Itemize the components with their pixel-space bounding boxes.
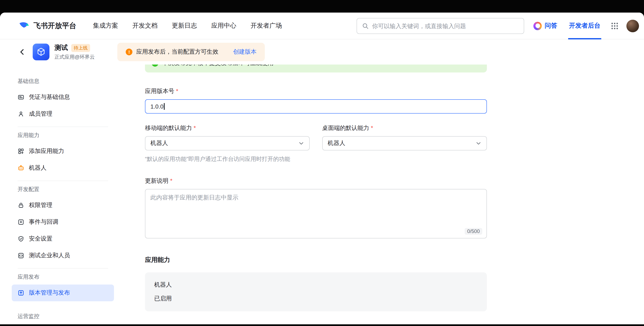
back-button[interactable] xyxy=(17,46,28,58)
update-notes-field: 更新说明* 0/500 xyxy=(145,177,487,238)
sidebar-section-monitoring: 运营监控 xyxy=(18,312,114,320)
sidebar-section-basic: 基础信息 xyxy=(18,77,114,86)
mobile-capability-field: 移动端的默认能力* 机器人 xyxy=(145,124,310,150)
desktop-capability-field: 桌面端的默认能力* 机器人 xyxy=(322,124,487,150)
required-mark: * xyxy=(194,124,196,131)
required-mark: * xyxy=(176,88,178,94)
browser-window: 飞书开放平台 集成方案 开发文档 更新日志 应用中心 开发者广场 问答 xyxy=(0,12,644,324)
success-banner-text: 本次发布免审核，提交发布后即可上线使用 xyxy=(162,64,274,67)
publish-up-arrow-icon xyxy=(18,290,24,296)
text-caret xyxy=(164,103,164,110)
screen: 飞书开放平台 集成方案 开发文档 更新日志 应用中心 开发者广场 问答 xyxy=(0,0,644,326)
app-subtitle: 正式应用@环界云 xyxy=(54,54,95,60)
sidebar-divider xyxy=(18,268,108,268)
capability-panel: 机器人 已启用 xyxy=(145,272,487,311)
event-callback-icon xyxy=(18,219,24,226)
qa-label: 问答 xyxy=(545,22,557,30)
top-navigation: 飞书开放平台 集成方案 开发文档 更新日志 应用中心 开发者广场 问答 xyxy=(0,12,644,40)
version-input[interactable]: 1.0.0 xyxy=(145,99,487,114)
app-icon xyxy=(33,44,50,60)
sidebar-divider xyxy=(18,126,108,127)
user-avatar[interactable] xyxy=(626,20,639,32)
sidebar-item-label: 版本管理与发布 xyxy=(29,289,70,297)
capability-section-title: 应用能力 xyxy=(145,256,487,264)
capability-name: 机器人 xyxy=(154,281,478,289)
search-input[interactable] xyxy=(372,22,519,29)
main-content: ✓ 本次发布免审核，提交发布后即可上线使用 应用版本号* 1.0.0 xyxy=(124,64,644,324)
sidebar: 基础信息 凭证与基础信息 成员管理 xyxy=(0,64,124,324)
sidebar-section-dev-config: 开发配置 xyxy=(18,185,114,194)
brand-name: 飞书开放平台 xyxy=(34,21,76,30)
sidebar-item-label: 安全设置 xyxy=(29,235,52,242)
desktop-capability-select[interactable]: 机器人 xyxy=(322,136,487,150)
capability-hint: “默认的应用功能”即用户通过工作台访问应用时打开的功能 xyxy=(145,156,487,163)
required-mark: * xyxy=(371,124,373,131)
sidebar-item-security[interactable]: 安全设置 xyxy=(12,230,114,247)
feishu-logo-icon xyxy=(18,19,30,32)
nav-item-app-center[interactable]: 应用中心 xyxy=(211,22,236,30)
id-card-icon xyxy=(18,94,24,100)
apps-grid-icon[interactable] xyxy=(610,22,619,30)
sidebar-item-add-capability[interactable]: 添加应用能力 xyxy=(12,143,114,160)
mobile-capability-label: 移动端的默认能力* xyxy=(145,124,310,132)
notice-text: 应用发布后，当前配置方可生效 xyxy=(136,48,218,56)
warning-icon: ! xyxy=(126,48,132,55)
developer-console-label: 开发者后台 xyxy=(569,22,600,30)
nav-item-integration[interactable]: 集成方案 xyxy=(93,22,118,30)
add-capability-icon xyxy=(18,148,24,154)
mobile-capability-select[interactable]: 机器人 xyxy=(145,136,310,150)
sidebar-item-label: 添加应用能力 xyxy=(29,148,64,155)
sidebar-divider xyxy=(18,180,108,181)
chevron-down-icon xyxy=(298,140,304,146)
capability-status: 已启用 xyxy=(154,295,478,302)
lock-icon xyxy=(18,202,24,209)
desktop-capability-label: 桌面端的默认能力* xyxy=(322,124,487,132)
brand[interactable]: 飞书开放平台 xyxy=(18,19,76,32)
sidebar-item-members[interactable]: 成员管理 xyxy=(12,106,114,122)
app-meta: 测试 待上线 正式应用@环界云 xyxy=(54,43,95,60)
search-icon xyxy=(362,22,369,29)
nav-item-docs[interactable]: 开发文档 xyxy=(132,22,158,30)
sidebar-item-label: 机器人 xyxy=(29,164,46,172)
sidebar-section-release: 应用发布 xyxy=(18,273,114,281)
sidebar-item-credentials[interactable]: 凭证与基础信息 xyxy=(12,89,114,106)
sidebar-item-test-org[interactable]: 测试企业和人员 xyxy=(12,247,114,264)
app-header: 测试 待上线 正式应用@环界云 ! 应用发布后，当前配置方可生效 创建版本 xyxy=(0,40,644,64)
sidebar-item-version-release[interactable]: 版本管理与发布 xyxy=(12,284,114,301)
primary-nav: 集成方案 开发文档 更新日志 应用中心 开发者广场 xyxy=(93,22,282,30)
member-icon xyxy=(18,110,24,117)
sidebar-item-events[interactable]: 事件与回调 xyxy=(12,214,114,230)
notice-banner: ! 应用发布后，当前配置方可生效 创建版本 xyxy=(117,43,265,61)
select-value: 机器人 xyxy=(150,140,168,147)
sidebar-item-label: 权限管理 xyxy=(29,202,52,209)
nav-item-changelog[interactable]: 更新日志 xyxy=(172,22,197,30)
chevron-down-icon xyxy=(476,140,482,146)
update-notes-label: 更新说明* xyxy=(145,177,487,185)
code-brackets-icon xyxy=(18,252,24,259)
select-value: 机器人 xyxy=(328,140,345,147)
robot-icon xyxy=(18,165,24,172)
success-check-icon: ✓ xyxy=(152,64,158,66)
developer-console-link[interactable]: 开发者后台 xyxy=(568,12,601,39)
required-mark: * xyxy=(170,177,172,184)
update-notes-textarea[interactable] xyxy=(146,190,486,238)
sidebar-section-capability: 应用能力 xyxy=(18,131,114,140)
shield-check-icon xyxy=(18,236,24,242)
sidebar-item-label: 成员管理 xyxy=(29,110,52,118)
sidebar-item-permissions[interactable]: 权限管理 xyxy=(12,197,114,214)
sidebar-item-label: 事件与回调 xyxy=(29,218,58,226)
sidebar-item-bot[interactable]: 机器人 xyxy=(12,160,114,176)
search-box[interactable] xyxy=(356,18,524,34)
version-label: 应用版本号* xyxy=(145,88,487,95)
sidebar-item-label: 凭证与基础信息 xyxy=(29,94,70,101)
version-field: 应用版本号* 1.0.0 xyxy=(145,88,487,114)
app-status-badge: 待上线 xyxy=(71,44,90,52)
sidebar-item-label: 测试企业和人员 xyxy=(29,252,70,260)
nav-item-marketplace[interactable]: 开发者广场 xyxy=(250,22,282,30)
version-value: 1.0.0 xyxy=(150,103,164,110)
qa-link[interactable]: 问答 xyxy=(534,22,557,30)
success-banner: ✓ 本次发布免审核，提交发布后即可上线使用 xyxy=(145,64,487,72)
create-version-link[interactable]: 创建版本 xyxy=(233,48,256,56)
char-counter: 0/500 xyxy=(465,228,482,235)
app-name: 测试 xyxy=(54,43,68,52)
